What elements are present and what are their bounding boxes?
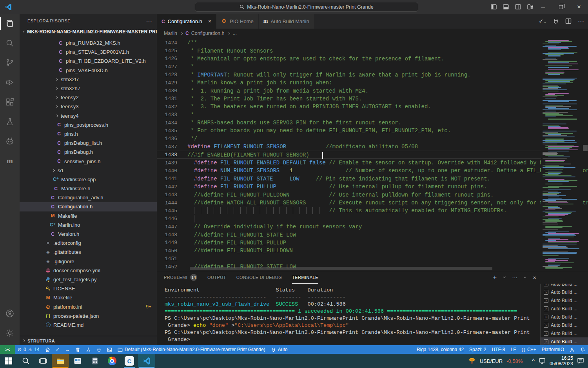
language-mode[interactable]: { } C++ [519, 345, 539, 354]
horizontal-scrollbar[interactable] [184, 267, 537, 270]
tree-item-stm32f7[interactable]: stm32f7 [20, 75, 157, 84]
mail-app-button[interactable] [69, 354, 86, 368]
minimize-button[interactable]: ─ [534, 0, 552, 14]
tree-item-sensitive-pins-h[interactable]: Csensitive_pins.h [20, 157, 157, 166]
outline-section[interactable]: STRUTTURA [20, 336, 157, 345]
run-task-icon[interactable]: ✓⌄ [539, 18, 546, 25]
file-explorer-button[interactable] [52, 354, 69, 368]
feedback-button[interactable] [567, 345, 577, 354]
panel-tab-terminale[interactable]: TERMINALE [292, 271, 318, 284]
code-line-1432[interactable]: 1432 * 3. The heaters were turned on and… [157, 103, 541, 111]
tree-item-marlincore-cpp[interactable]: C⁺MarlinCore.cpp [20, 175, 157, 184]
tree-item-pins-vake403d-h[interactable]: Cpins_VAKE403D.h [20, 66, 157, 75]
activity-explorer-icon[interactable] [0, 14, 20, 33]
tree-item-marlin-ino[interactable]: C⁺Marlin.ino [20, 220, 157, 230]
panel-more-icon[interactable]: ··· [512, 274, 517, 281]
code-line-1440[interactable]: 1440 #define NUM_RUNOUT_SENSORS 1 // Num… [157, 167, 541, 175]
terminal-list-item-3[interactable]: ›Auto Build ... [541, 304, 588, 313]
encoding-status[interactable]: UTF-8 [489, 345, 508, 354]
tree-item-pins-postprocess-h[interactable]: Cpins_postprocess.h [20, 120, 157, 129]
activity-run-debug-icon[interactable] [0, 73, 20, 92]
tree-item-marlincore-h[interactable]: CMarlinCore.h [20, 184, 157, 193]
close-button[interactable]: × [570, 0, 588, 14]
code-line-1451[interactable]: 1451 [157, 255, 541, 263]
command-center-search[interactable]: Mks-Robin-Nano-Marlin2.0-Firmware-master… [195, 2, 418, 12]
pio-build-button[interactable]: ✓ [53, 345, 62, 354]
pio-serial-button[interactable] [94, 345, 104, 354]
tree-item-configuration-h[interactable]: CConfiguration.h [20, 202, 157, 211]
more-actions-icon[interactable]: ··· [578, 18, 584, 25]
vscode-taskbar-button[interactable] [138, 354, 155, 368]
tree-item-license[interactable]: LICENSE [20, 284, 157, 293]
tree-item-pins-steval-3dp001v1-h[interactable]: Cpins_STEVAL_3DP001V1.h [20, 47, 157, 56]
code-line-1443[interactable]: 1443 //#define FIL_RUNOUT_PULLDOWN // Us… [157, 191, 541, 199]
activity-platformio-icon[interactable] [0, 131, 20, 151]
code-line-1439[interactable]: 1439 #define FIL_RUNOUT_ENABLED_DEFAULT … [157, 159, 541, 167]
terminal-list-item-5[interactable]: ›Auto Build ... [541, 321, 588, 329]
explorer-more-icon[interactable]: ··· [146, 18, 152, 24]
terminal-list-item-2[interactable]: ›Auto Build ... [541, 296, 588, 304]
c-app-button[interactable]: C [121, 354, 138, 368]
close-tab-icon[interactable]: × [208, 18, 211, 24]
activity-auto-build-marlin-icon[interactable]: m [0, 151, 20, 171]
pio-port-selector[interactable]: Auto [268, 345, 290, 354]
code-line-1438[interactable]: 1438//#if ENABLED(FILAMENT_RUNOUT_SENSOR… [157, 151, 541, 158]
tree-item-pins-rumba32-mks-h[interactable]: Cpins_RUMBA32_MKS.h [20, 38, 157, 47]
terminal-list-item-1[interactable]: ›Auto Build ... [541, 288, 588, 296]
tree-item-pins-h[interactable]: Cpins.h [20, 129, 157, 138]
code-line-1433[interactable]: 1433 * [157, 111, 541, 119]
tree-item-teensy4[interactable]: teensy4 [20, 111, 157, 120]
pio-env-selector[interactable]: Default (Mks-Robin-Nano-Marlin2.0-Firmwa… [115, 345, 268, 354]
activity-search-icon[interactable] [0, 33, 20, 53]
customize-layout-icon[interactable] [527, 4, 533, 10]
code-line-1445[interactable]: 1445 // This is automatically enabled fo… [157, 207, 541, 215]
code-line-1425[interactable]: 1425 * Filament Runout Sensors [157, 47, 541, 55]
code-line-1450[interactable]: 1450 //#define FIL_RUNOUT1_PULLDOWN [157, 247, 541, 255]
notification-center-icon[interactable] [577, 357, 584, 364]
tree-item-docker-compose-yml[interactable]: docker-compose.yml [20, 266, 157, 275]
tree-item-stm32h7[interactable]: stm32h7 [20, 84, 157, 93]
code-line-1448[interactable]: 1448 //#define FIL_RUNOUT1_STATE LOW [157, 231, 541, 239]
panel-tab-console-di-debug[interactable]: CONSOLE DI DEBUG [236, 271, 282, 284]
toggle-sidebar-icon[interactable] [491, 4, 497, 10]
split-editor-icon[interactable] [565, 18, 572, 24]
tree-item-makefile[interactable]: MMakefile [20, 293, 157, 302]
start-button[interactable] [0, 354, 17, 368]
toggle-panel-icon[interactable] [503, 4, 509, 10]
code-editor[interactable]: 1424/**1425 * Filament Runout Sensors142… [157, 38, 588, 271]
tree-item-readme-md[interactable]: iREADME.md [20, 321, 157, 330]
project-root-folder[interactable]: MKS-ROBIN-NANO-MARLIN2.0-FIRMWARE-MASTER… [20, 27, 157, 36]
activity-source-control-icon[interactable] [0, 53, 20, 73]
code-line-1428[interactable]: 1428 * IMPORTANT: Runout will only trigg… [157, 71, 541, 79]
chevron-up-icon[interactable] [524, 277, 526, 279]
pio-test-button[interactable] [83, 345, 94, 354]
tree-item-pinsdebug-list-h[interactable]: CpinsDebug_list.h [20, 138, 157, 148]
close-panel-icon[interactable]: × [533, 274, 536, 281]
chrome-button[interactable] [103, 354, 121, 368]
code-line-1437[interactable]: 1437#define FILAMENT_RUNOUT_SENSOR //mod… [157, 143, 541, 151]
tray-expand-icon[interactable]: ^ [532, 358, 535, 364]
tree-item-sd[interactable]: sd [20, 166, 157, 175]
tree-item--editorconfig[interactable]: .editorconfig [20, 239, 157, 248]
tree-item-makefile[interactable]: MMakefile [20, 211, 157, 220]
tree-item-platformio-ini[interactable]: platformio.ini9+ [20, 302, 157, 311]
terminal-output[interactable]: Environment Status Duration-------------… [157, 284, 540, 345]
network-icon[interactable] [539, 357, 546, 364]
breadcrumb-symbol[interactable]: ... [233, 31, 237, 36]
currency-widget-icon[interactable] [468, 357, 476, 365]
task-view-button[interactable] [34, 354, 52, 368]
chevron-down-icon[interactable] [503, 275, 506, 278]
code-line-1436[interactable]: 1436 */ [157, 135, 541, 143]
code-line-1434[interactable]: 1434 * RAMPS-based boards use SERVO3_PIN… [157, 119, 541, 127]
tab-auto-build-marlin[interactable]: mAuto Build Marlin [259, 14, 314, 29]
cursor-position[interactable]: Riga 1438, colonna 42 [414, 345, 466, 354]
code-line-1447[interactable]: 1447 // Override individually if the run… [157, 223, 541, 231]
vertical-scrollbar[interactable] [583, 38, 588, 271]
tab-pio-home[interactable]: PIO Home [216, 14, 259, 29]
tree-item-pins-th3d-ezboard-lite-v2-h[interactable]: Cpins_TH3D_EZBOARD_LITE_V2.h [20, 56, 157, 66]
pio-clean-button[interactable] [73, 345, 83, 354]
terminal-list-item-4[interactable]: ›Auto Build ... [541, 313, 588, 321]
problems-status[interactable]: ⊘0 ⚠14 [15, 345, 42, 354]
code-line-1424[interactable]: 1424/** [157, 39, 541, 47]
notifications-button[interactable] [577, 345, 588, 354]
